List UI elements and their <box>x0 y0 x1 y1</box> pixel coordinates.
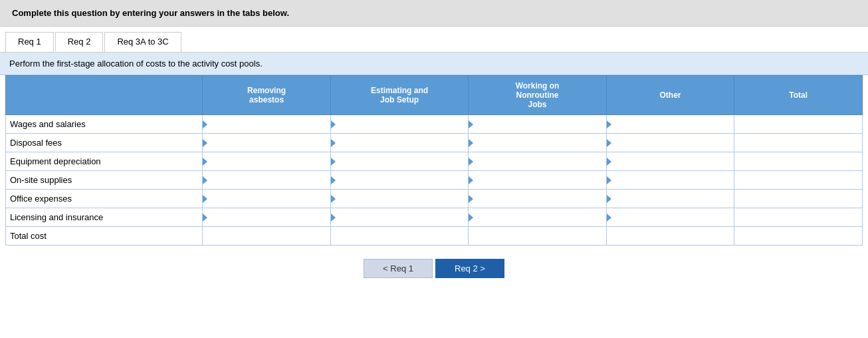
navigation-buttons: < Req 1 Req 2 > <box>0 251 868 283</box>
tab-req1[interactable]: Req 1 <box>5 32 54 52</box>
cell-total-other <box>606 227 734 246</box>
table-row: Disposal fees <box>6 134 863 152</box>
prev-label: < Req 1 <box>383 263 413 273</box>
next-button[interactable]: Req 2 > <box>435 259 504 278</box>
input-disposal-other[interactable] <box>607 134 734 152</box>
description-text: Perform the first-stage allocation of co… <box>9 59 263 69</box>
cell-total-estimating <box>330 227 468 246</box>
row-label: Wages and salaries <box>6 115 203 134</box>
input-onsite-working[interactable] <box>469 171 605 189</box>
cell-total-total <box>734 227 863 246</box>
header-estimating: Estimating andJob Setup <box>330 76 468 115</box>
table-row: Equipment depreciation <box>6 152 863 171</box>
cell-total-working <box>469 227 606 246</box>
input-office-other[interactable] <box>607 190 734 208</box>
cell-estimating[interactable] <box>330 134 468 152</box>
table-row: Wages and salaries <box>6 115 863 134</box>
table-row: On-site supplies <box>6 171 863 190</box>
input-license-working[interactable] <box>469 208 605 226</box>
cell-removing[interactable] <box>203 152 331 171</box>
input-equip-other[interactable] <box>607 152 734 170</box>
next-label: Req 2 > <box>455 263 485 273</box>
instruction-text: Complete this question by entering your … <box>12 8 289 18</box>
cell-estimating[interactable] <box>330 190 468 208</box>
input-wages-estimating[interactable] <box>331 115 468 133</box>
cell-estimating[interactable] <box>330 152 468 171</box>
cell-working[interactable] <box>469 208 606 227</box>
cell-removing[interactable] <box>203 115 331 134</box>
input-office-working[interactable] <box>469 190 605 208</box>
cell-total <box>734 115 863 134</box>
input-license-estimating[interactable] <box>331 208 468 226</box>
input-disposal-working[interactable] <box>469 134 605 152</box>
cell-other[interactable] <box>606 171 734 190</box>
input-onsite-other[interactable] <box>607 171 734 189</box>
cell-other[interactable] <box>606 152 734 171</box>
cell-total-removing <box>203 227 331 246</box>
description-bar: Perform the first-stage allocation of co… <box>0 53 868 75</box>
input-equip-working[interactable] <box>469 152 605 170</box>
row-label: On-site supplies <box>6 171 203 190</box>
cell-total <box>734 190 863 208</box>
table-row: Licensing and insurance <box>6 208 863 227</box>
header-removing: Removingasbestos <box>203 76 331 115</box>
table-wrapper: Removingasbestos Estimating andJob Setup… <box>0 75 868 251</box>
cell-total <box>734 208 863 227</box>
cell-other[interactable] <box>606 115 734 134</box>
cell-estimating[interactable] <box>330 208 468 227</box>
cell-estimating[interactable] <box>330 171 468 190</box>
cell-total <box>734 171 863 190</box>
cell-removing[interactable] <box>203 134 331 152</box>
cell-total <box>734 134 863 152</box>
cell-working[interactable] <box>469 134 606 152</box>
cell-working[interactable] <box>469 115 606 134</box>
input-wages-working[interactable] <box>469 115 605 133</box>
cell-other[interactable] <box>606 134 734 152</box>
header-label <box>6 76 203 115</box>
cell-removing[interactable] <box>203 208 331 227</box>
row-label: Office expenses <box>6 190 203 208</box>
tabs-container: Req 1 Req 2 Req 3A to 3C <box>0 27 868 53</box>
prev-button[interactable]: < Req 1 <box>364 259 433 278</box>
input-onsite-estimating[interactable] <box>331 171 468 189</box>
row-label: Licensing and insurance <box>6 208 203 227</box>
tab-req2[interactable]: Req 2 <box>55 32 104 52</box>
cell-working[interactable] <box>469 152 606 171</box>
cell-working[interactable] <box>469 171 606 190</box>
tab-req3[interactable]: Req 3A to 3C <box>104 32 181 52</box>
cell-estimating[interactable] <box>330 115 468 134</box>
cell-removing[interactable] <box>203 171 331 190</box>
row-label-total: Total cost <box>6 227 203 246</box>
header-other: Other <box>606 76 734 115</box>
input-equip-estimating[interactable] <box>331 152 468 170</box>
input-office-estimating[interactable] <box>331 190 468 208</box>
allocation-table: Removingasbestos Estimating andJob Setup… <box>5 75 863 246</box>
table-row-total: Total cost <box>6 227 863 246</box>
input-office-removing[interactable] <box>203 190 330 208</box>
instruction-bar: Complete this question by entering your … <box>0 0 868 27</box>
header-total: Total <box>734 76 863 115</box>
cell-total <box>734 152 863 171</box>
table-row: Office expenses <box>6 190 863 208</box>
input-disposal-removing[interactable] <box>203 134 330 152</box>
input-license-other[interactable] <box>607 208 734 226</box>
cell-other[interactable] <box>606 208 734 227</box>
header-working: Working onNonroutineJobs <box>469 76 606 115</box>
input-equip-removing[interactable] <box>203 152 330 170</box>
input-disposal-estimating[interactable] <box>331 134 468 152</box>
row-label: Disposal fees <box>6 134 203 152</box>
input-wages-removing[interactable] <box>203 115 330 133</box>
cell-working[interactable] <box>469 190 606 208</box>
row-label: Equipment depreciation <box>6 152 203 171</box>
input-license-removing[interactable] <box>203 208 330 226</box>
cell-other[interactable] <box>606 190 734 208</box>
input-onsite-removing[interactable] <box>203 171 330 189</box>
cell-removing[interactable] <box>203 190 331 208</box>
input-wages-other[interactable] <box>607 115 734 133</box>
